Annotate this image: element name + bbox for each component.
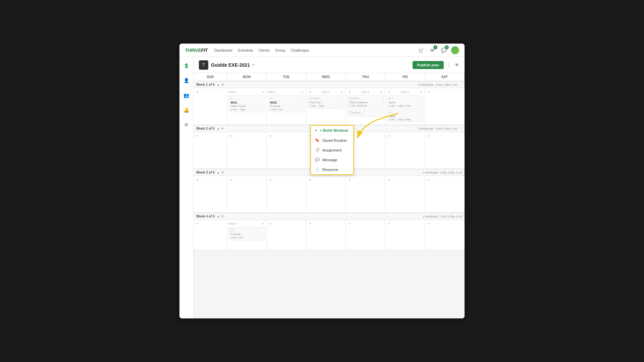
publish-button[interactable]: Publish plan (413, 61, 444, 69)
resource-item[interactable]: 📄 Resource (311, 165, 353, 174)
week-1-tue-add-btn[interactable]: + (300, 89, 305, 94)
day-header-sun: SUN (194, 73, 227, 81)
w2-sat-add[interactable]: + (426, 133, 431, 138)
w3-mon-add[interactable]: + (228, 177, 233, 182)
chat-icon-btn[interactable]: 💬 10 (440, 46, 448, 54)
w4-fri: + (385, 220, 425, 250)
week-1-thu-add-btn[interactable]: + (347, 89, 352, 94)
wo5b-card: A squat 1 set, – reps, 0 lbs (387, 110, 423, 122)
nav-challenges[interactable]: Challenges (291, 48, 309, 52)
week-1-wed-add-btn2[interactable]: + (339, 89, 344, 94)
w3-sat-add[interactable]: + (426, 177, 431, 182)
plan-title: Guidde EXE-2021 (211, 62, 250, 68)
nav-schedule[interactable]: Schedule (238, 48, 253, 52)
week-1-fri-daynum: + Day 5 + (387, 89, 423, 94)
w4-wo-card: ⋮ Running 1 set, 0 mi (228, 227, 265, 240)
notif-badge: 10 (445, 45, 449, 49)
w4-thu-add[interactable]: + (347, 221, 352, 226)
week-2-stats: 0 Workouts · 0:00, 0 lbs, 0 mi (418, 127, 457, 130)
users-icon[interactable]: 👥 (182, 90, 191, 100)
w4-mon-add[interactable]: + (260, 221, 265, 226)
bell-icon[interactable]: 🔔 (182, 105, 191, 115)
w3-mon: + (227, 176, 267, 213)
w3-tue-add[interactable]: + (268, 177, 273, 182)
saved-routine-label: Saved Routine (322, 138, 346, 142)
wo2-menu[interactable]: ⋮ (272, 97, 275, 100)
nav-icons: 🛒 ✉ 2 💬 10 (417, 46, 459, 54)
resource-label: Resource (322, 168, 338, 172)
wo5-menu[interactable]: ⋮ (391, 97, 394, 100)
user-avatar[interactable] (451, 46, 459, 54)
mail-badge: 2 (433, 45, 437, 49)
w2-mon: + (227, 132, 267, 169)
w3-fri: + (385, 176, 425, 213)
w4-sun-add[interactable]: + (195, 221, 200, 226)
wo5a-menu[interactable]: ⋮ (362, 111, 365, 115)
logo: THRIVEFIT (185, 48, 208, 53)
saved-routine-item[interactable]: 🔖 Saved Routine (311, 135, 353, 145)
day-header-thu: THU (346, 73, 385, 81)
w2-fri-add[interactable]: + (387, 133, 391, 138)
week-1-mon-add-btn[interactable]: + (260, 89, 265, 94)
nav-dashboard[interactable]: Dashboard (214, 48, 232, 52)
w3-sun-add[interactable]: + (195, 177, 200, 182)
w4-sat-add[interactable]: + (426, 221, 431, 226)
nav-links: Dashboard Schedule Clients Group Challen… (214, 48, 309, 52)
plan-header: T Guidde EXE-2021 ✏ Publish plan ⋮ 👁 (194, 57, 465, 73)
w4-fri-add[interactable]: + (387, 221, 391, 226)
nav-clients[interactable]: Clients (259, 48, 270, 52)
w4-tue-add[interactable]: + (268, 221, 273, 226)
wo3-sets: 1 set, – reps (310, 104, 342, 107)
week-2-expand[interactable]: ⋯ (459, 127, 462, 130)
week-1-sat-add-btn[interactable]: + (426, 89, 431, 94)
w3-wed-add[interactable]: + (308, 177, 312, 182)
mail-icon-btn[interactable]: ✉ 2 (428, 46, 436, 54)
week-1-sun-add-btn[interactable]: + (195, 89, 200, 94)
week-1-section: Week 1 of 5 ▲ ▼ 6 Workouts · 0:00, 0 lbs… (194, 81, 465, 125)
dollar-icon[interactable]: 💲 (182, 61, 191, 70)
week-1-wed-add-btn[interactable]: + (308, 89, 312, 94)
cart-icon-btn[interactable]: 🛒 (417, 46, 425, 54)
wo2-card: 2 ⋮ WO2 Running 1 set, 0 mi (268, 95, 305, 112)
message-item[interactable]: 💬 Message (311, 155, 353, 165)
build-workout-item[interactable]: + + Build Workout (311, 126, 353, 135)
w4-wed-add[interactable]: + (308, 221, 312, 226)
day-header-mon: MON (227, 73, 267, 81)
file-icon: 📄 (315, 167, 320, 172)
week-1-thu-add-btn2[interactable]: + (379, 89, 384, 94)
week-4-toggle[interactable]: ▲ ▼ (217, 215, 224, 218)
wo2-name: WO2 (270, 101, 303, 104)
w4-thu: + (346, 220, 385, 250)
w3-thu-add[interactable]: + (347, 177, 352, 182)
week-1-thu-daynum: + Day 4 + (347, 89, 384, 94)
week-3-toggle[interactable]: ▲ ▼ (217, 171, 224, 174)
user-icon[interactable]: 👤 (182, 76, 191, 85)
gear-icon[interactable]: ⚙ (182, 120, 191, 129)
bookmark-icon: 🔖 (315, 138, 320, 142)
day-header-sat: SAT (425, 73, 465, 81)
week-1-expand[interactable]: ⋯ (459, 83, 462, 86)
assignment-item[interactable]: 📝 Assignment (311, 145, 353, 155)
plus-icon: + (315, 128, 317, 132)
week-1-fri-add-btn2[interactable]: + (419, 89, 423, 94)
w2-tue-add[interactable]: + (268, 133, 273, 138)
wo2-sets: 1 set, 0 mi (270, 108, 303, 111)
wo1-menu[interactable]: ⋮ (232, 97, 236, 100)
w4-wo-menu[interactable]: ⋮ (234, 228, 237, 232)
w2-mon-add[interactable]: + (228, 133, 233, 138)
week-1-fri-add-btn[interactable]: + (387, 89, 391, 94)
plan-preview-button[interactable]: 👁 (454, 62, 459, 68)
plan-edit-icon[interactable]: ✏ (252, 63, 255, 67)
wo3-card: WO3 ⋮ Push Up 1 1 set, – reps (308, 95, 344, 109)
w3-fri-add[interactable]: + (387, 177, 391, 182)
wo3-menu[interactable]: ⋮ (320, 97, 323, 100)
nav-group[interactable]: Group (275, 48, 285, 52)
week-3-days: + + + + + + + (194, 176, 465, 213)
week-1-sun-add: + (195, 89, 225, 94)
week-1-toggle[interactable]: ▲ ▼ (217, 83, 224, 86)
week-4-days: + Day 8 + ⋮ Running (194, 220, 465, 250)
wo4-menu[interactable]: ⋮ (360, 97, 363, 100)
week-2-toggle[interactable]: ▲ ▼ (217, 127, 224, 130)
w2-sun-add[interactable]: + (195, 133, 200, 138)
plan-menu-button[interactable]: ⋮ (446, 62, 452, 68)
